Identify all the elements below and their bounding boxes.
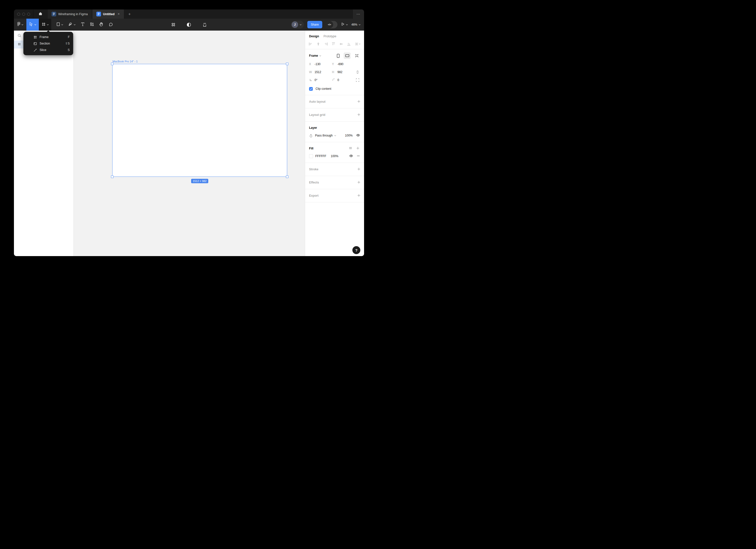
play-icon [341, 22, 345, 27]
layer-opacity-value[interactable]: 100% [345, 134, 353, 137]
fill-hex-value[interactable]: FFFFFF [315, 155, 331, 158]
add-export-icon[interactable] [357, 194, 361, 198]
align-left-icon[interactable] [309, 42, 313, 46]
align-top-icon[interactable] [331, 42, 335, 46]
resize-handle-nw[interactable] [111, 63, 113, 65]
move-tool-button[interactable] [26, 19, 39, 31]
styles-icon[interactable] [349, 147, 352, 151]
main-menu-button[interactable] [14, 19, 26, 31]
dev-mode-toggle[interactable]: </> [326, 21, 337, 28]
resize-handle-se[interactable] [286, 176, 288, 178]
menu-item-frame[interactable]: Frame F [23, 34, 73, 40]
figma-file-icon [96, 12, 101, 16]
constrain-proportions-icon[interactable] [356, 70, 360, 74]
independent-corners-icon[interactable] [356, 78, 360, 82]
chevron-down-icon [359, 24, 361, 25]
new-tab-button[interactable]: + [124, 9, 135, 19]
distribute-menu-icon[interactable] [355, 42, 361, 46]
corner-radius-value[interactable]: 0 [337, 78, 339, 82]
close-window-icon[interactable] [17, 13, 20, 16]
x-field[interactable]: X -130 [309, 62, 332, 66]
mask-mode-button[interactable] [184, 19, 194, 31]
y-field[interactable]: Y -690 [332, 62, 355, 66]
comment-tool-button[interactable] [106, 19, 115, 31]
height-field[interactable]: H 982 [332, 70, 355, 74]
fill-visibility-eye-icon[interactable] [349, 154, 353, 158]
blend-mode-select[interactable]: Pass through [315, 134, 336, 137]
tab-prototype[interactable]: Prototype [324, 35, 336, 38]
x-value[interactable]: -130 [315, 62, 321, 66]
blend-droplet-icon[interactable] [309, 134, 313, 138]
menu-caret [47, 30, 50, 32]
zoom-menu[interactable]: 46% [351, 23, 361, 26]
align-horizontal-center-icon[interactable] [316, 42, 320, 46]
effects-label: Effects [309, 181, 319, 184]
clip-content-row[interactable]: Clip content [309, 85, 360, 93]
height-value[interactable]: 982 [337, 70, 342, 74]
fill-color-swatch[interactable] [309, 154, 313, 158]
overflow-menu-button[interactable]: ⋯ [352, 9, 364, 19]
text-tool-button[interactable] [78, 19, 87, 31]
menu-item-slice[interactable]: Slice S [23, 47, 73, 53]
account-menu[interactable]: J [291, 21, 304, 29]
frame-tool-icon [42, 22, 46, 27]
add-auto-layout-icon[interactable] [357, 100, 361, 104]
minimize-window-icon[interactable] [22, 13, 25, 16]
dev-resources-button[interactable] [200, 19, 210, 31]
hand-icon [99, 22, 104, 27]
tab-design[interactable]: Design [309, 35, 319, 38]
rotation-field[interactable]: 0° [309, 78, 332, 82]
portrait-orientation-button[interactable] [335, 52, 342, 59]
add-stroke-icon[interactable] [357, 167, 361, 172]
add-fill-icon[interactable] [356, 147, 360, 151]
corner-radius-field[interactable]: 0 [332, 78, 355, 82]
search-icon[interactable] [17, 34, 21, 39]
clip-content-checkbox[interactable] [309, 87, 313, 91]
shape-tool-button[interactable] [54, 19, 66, 31]
auto-layout-label: Auto layout [309, 100, 325, 103]
align-vertical-center-icon[interactable] [339, 42, 343, 46]
size-badge-row: 1512 × 982 [112, 179, 287, 183]
share-button[interactable]: Share [307, 21, 322, 28]
window-controls[interactable] [14, 9, 33, 19]
selected-frame[interactable] [112, 64, 287, 177]
slice-icon [33, 48, 37, 52]
width-field[interactable]: W 1512 [309, 70, 332, 74]
hand-tool-button[interactable] [97, 19, 106, 31]
present-button[interactable] [341, 22, 348, 27]
fill-opacity-value[interactable]: 100% [331, 155, 338, 158]
resize-handle-sw[interactable] [111, 176, 113, 178]
menu-item-shortcut: F [68, 35, 70, 39]
add-layout-grid-icon[interactable] [357, 113, 361, 117]
align-bottom-icon[interactable] [347, 42, 351, 46]
tab-untitled[interactable]: Untitled ✕ [92, 9, 124, 19]
width-value[interactable]: 1512 [315, 70, 321, 74]
dev-mode-icon: </> [326, 21, 333, 28]
chevron-down-icon [346, 24, 348, 25]
y-value[interactable]: -690 [337, 62, 343, 66]
remove-fill-icon[interactable] [357, 154, 360, 158]
pen-tool-button[interactable] [66, 19, 78, 31]
help-button[interactable]: ? [352, 246, 360, 254]
layer-visibility-eye-icon[interactable] [356, 134, 360, 138]
menu-item-label: Slice [40, 48, 46, 52]
multiplayer-tools-button[interactable] [168, 19, 178, 31]
tab-wireframing-in-figma[interactable]: Wireframing in Figma [47, 9, 92, 19]
actions-tool-button[interactable] [87, 19, 97, 31]
chevron-down-icon[interactable] [319, 55, 321, 56]
add-effect-icon[interactable] [357, 181, 361, 185]
canvas[interactable]: MacBook Pro 14" - 1 1512 × 982 [74, 31, 305, 256]
rotation-value[interactable]: 0° [315, 78, 317, 82]
home-button[interactable] [33, 9, 47, 19]
frame-name-label[interactable]: MacBook Pro 14" - 1 [112, 60, 138, 63]
resize-to-fit-icon[interactable] [354, 52, 360, 59]
zoom-window-icon[interactable] [27, 13, 30, 16]
landscape-orientation-button[interactable] [344, 52, 351, 59]
resize-handle-ne[interactable] [286, 63, 288, 65]
align-right-icon[interactable] [324, 42, 328, 46]
close-tab-icon[interactable]: ✕ [117, 12, 120, 16]
frame-section-title[interactable]: Frame [309, 54, 318, 57]
menu-item-shortcut: ⇧S [65, 42, 70, 45]
menu-item-section[interactable]: Section ⇧S [23, 40, 73, 47]
frame-tool-button[interactable] [39, 19, 51, 31]
